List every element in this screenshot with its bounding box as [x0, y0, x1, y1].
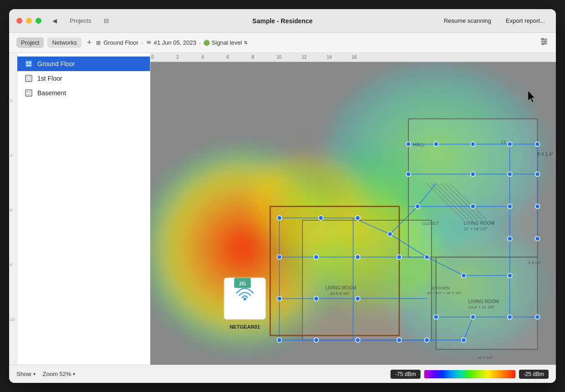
signal-gradient	[424, 370, 515, 378]
svg-point-3	[542, 38, 544, 40]
sidebar-item-1st-floor[interactable]: 1st Floor	[17, 71, 150, 86]
svg-point-64	[508, 237, 512, 241]
signal-legend: -75 dBm -25 dBm	[390, 370, 549, 379]
svg-text:14 5 8 3/4": 14 5 8 3/4"	[330, 291, 350, 296]
projects-button[interactable]: Projects	[66, 15, 95, 26]
svg-point-83	[434, 315, 438, 320]
basement-label: Basement	[37, 89, 66, 97]
svg-point-74	[355, 296, 360, 301]
svg-rect-17	[26, 94, 31, 95]
svg-point-86	[535, 315, 539, 320]
svg-point-73	[314, 296, 318, 301]
toolbar: Project Networks + ⊞ Ground Floor › ✉ #1…	[9, 33, 556, 53]
tab-networks[interactable]: Networks	[47, 37, 81, 48]
svg-text:NETGEAR01: NETGEAR01	[230, 324, 260, 330]
ruler-horizontal: 0 2 4 6 8 10 12 14 16	[150, 53, 556, 62]
add-button[interactable]: +	[87, 38, 92, 47]
svg-rect-16	[29, 91, 31, 93]
floor-icon-2	[25, 89, 33, 97]
svg-point-71	[397, 255, 401, 259]
main-content: 2 4 6 8 10	[9, 53, 556, 365]
1st-floor-label: 1st Floor	[37, 75, 62, 82]
floor-icon: ⊞	[95, 40, 102, 46]
svg-rect-27	[270, 206, 399, 335]
signal-max-label: -25 dBm	[519, 370, 549, 379]
svg-rect-7	[26, 62, 28, 64]
svg-point-62	[471, 204, 475, 209]
svg-point-72	[277, 296, 282, 301]
window-title: Sample - Residence	[252, 17, 313, 25]
breadcrumb-floor-label: Ground Floor	[103, 39, 139, 46]
svg-point-63	[535, 237, 539, 241]
titlebar: ◀ Projects ⊟ Sample - Residence Resume s…	[9, 9, 556, 33]
svg-point-77	[355, 338, 360, 342]
svg-point-68	[277, 255, 282, 259]
svg-point-69	[314, 255, 318, 259]
breadcrumb-signal-label: Signal level	[211, 39, 242, 46]
svg-point-91	[244, 298, 246, 300]
sidebar-toggle-button[interactable]: ⊟	[100, 15, 113, 26]
svg-point-89	[416, 204, 420, 209]
svg-point-75	[277, 338, 282, 342]
resume-scanning-button[interactable]: Resume scanning	[440, 15, 495, 26]
scan-icon: ✉	[145, 40, 152, 46]
floor-icon	[25, 60, 33, 68]
svg-point-78	[397, 338, 401, 342]
floorplan-svg: LIVING ROOM 14 5 8 3/4" LIVING ROOM 11' …	[150, 62, 556, 365]
tab-project[interactable]: Project	[16, 37, 44, 48]
svg-point-65	[277, 216, 282, 220]
svg-text:14.4' × 11 3/4": 14.4' × 11 3/4"	[468, 305, 495, 309]
svg-point-4	[544, 41, 546, 42]
svg-point-85	[508, 315, 512, 320]
ground-floor-label: Ground Floor	[37, 60, 75, 67]
svg-point-57	[471, 172, 475, 176]
close-button[interactable]	[16, 18, 22, 24]
svg-text:CLOSET: CLOSET	[422, 221, 439, 226]
export-report-button[interactable]: Export report...	[502, 15, 549, 26]
titlebar-actions: Resume scanning Export report...	[440, 15, 549, 26]
svg-point-58	[508, 172, 512, 176]
svg-point-66	[318, 216, 323, 220]
bottom-bar: Show ▾ Zoom 52% ▾ -75 dBm -25 dBm	[9, 365, 556, 383]
breadcrumb-scan[interactable]: ✉ #1 Jun 05, 2023	[145, 39, 196, 46]
svg-point-61	[535, 204, 539, 209]
svg-text:LIVING ROOM: LIVING ROOM	[325, 285, 356, 290]
zoom-button[interactable]: Zoom 52% ▾	[43, 371, 76, 377]
svg-text:LIVING ROOM: LIVING ROOM	[464, 221, 494, 226]
signal-chevron-icon: ⇅	[244, 40, 247, 45]
svg-point-51	[406, 142, 411, 146]
show-chevron-icon: ▾	[33, 371, 36, 377]
titlebar-nav: ◀ Projects ⊟	[49, 15, 113, 26]
traffic-lights	[16, 18, 41, 24]
minimize-button[interactable]	[26, 18, 32, 24]
back-button[interactable]: ◀	[49, 15, 61, 26]
zoom-chevron-icon: ▾	[73, 371, 75, 377]
show-button[interactable]: Show ▾	[16, 371, 36, 377]
sidebar-item-basement[interactable]: Basement	[17, 86, 150, 100]
svg-rect-13	[26, 79, 31, 81]
sidebar: 2 4 6 8 10	[9, 53, 150, 365]
svg-point-56	[406, 172, 411, 176]
svg-text:HALL: HALL	[413, 142, 425, 147]
signal-icon: 🟢	[203, 40, 210, 46]
breadcrumb-signal[interactable]: 🟢 Signal level ⇅	[203, 39, 247, 46]
breadcrumb-sep-2: ›	[199, 40, 201, 46]
svg-point-54	[508, 142, 512, 146]
svg-rect-8	[29, 62, 31, 64]
svg-point-67	[355, 216, 360, 220]
svg-point-53	[471, 142, 475, 146]
svg-rect-12	[29, 76, 31, 78]
filter-icon	[539, 37, 549, 46]
svg-point-70	[355, 255, 360, 259]
sidebar-item-ground-floor[interactable]: Ground Floor	[17, 57, 150, 71]
breadcrumb-floor[interactable]: ⊞ Ground Floor	[95, 39, 139, 46]
svg-text:LIVING ROOM: LIVING ROOM	[468, 299, 499, 304]
floorplan-container[interactable]: 0 2 4 6 8 10 12 14 16	[150, 53, 556, 365]
maximize-button[interactable]	[36, 18, 41, 24]
svg-text:2G: 2G	[239, 281, 246, 286]
filter-button[interactable]	[539, 37, 549, 48]
canvas-area[interactable]: LIVING ROOM 14 5 8 3/4" LIVING ROOM 11' …	[150, 62, 556, 365]
svg-point-55	[535, 142, 539, 146]
svg-text:8' 4 1/4": 8' 4 1/4"	[528, 261, 541, 265]
sidebar-ruler: 2 4 6 8 10	[9, 53, 17, 365]
